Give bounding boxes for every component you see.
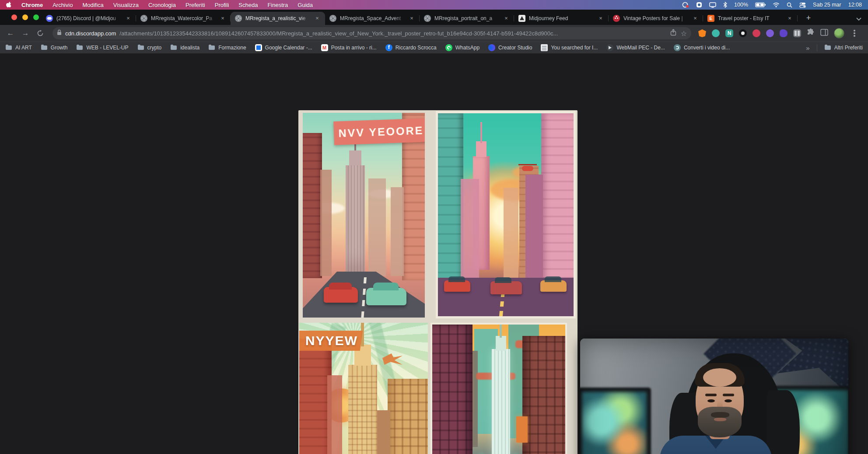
bookmark-gmail-inbox[interactable]: Posta in arrivo - ri... bbox=[321, 44, 377, 51]
bookmark-star-icon[interactable]: ☆ bbox=[681, 29, 687, 38]
menu-app-name[interactable]: Chrome bbox=[21, 2, 43, 8]
empire-state-building-illustration bbox=[492, 349, 510, 454]
bookmark-folder-growth[interactable]: Growth bbox=[41, 44, 68, 51]
reload-button[interactable] bbox=[34, 27, 46, 39]
poster-building bbox=[541, 113, 574, 286]
tab-close-icon[interactable]: × bbox=[597, 15, 604, 22]
extensions-puzzle-icon[interactable] bbox=[807, 28, 815, 38]
webcam-overlay bbox=[580, 339, 848, 454]
bookmark-folder-ai-art[interactable]: AI ART bbox=[5, 44, 32, 51]
display-icon[interactable] bbox=[709, 2, 716, 8]
new-tab-button[interactable]: + bbox=[803, 13, 814, 24]
tab-close-icon[interactable]: × bbox=[219, 15, 226, 22]
red-extension-icon[interactable] bbox=[752, 29, 760, 37]
tab-close-icon[interactable]: × bbox=[125, 15, 132, 22]
gmail-icon bbox=[321, 44, 328, 51]
vintage-car bbox=[540, 280, 567, 292]
macos-menu-bar: Chrome Archivio Modifica Visualizza Cron… bbox=[0, 0, 868, 10]
url-domain: cdn.discordapp.com bbox=[65, 30, 116, 37]
menu-guida[interactable]: Guida bbox=[298, 2, 313, 8]
url-path: /attachments/1013512335442333816/1089142… bbox=[119, 30, 666, 37]
poster-building bbox=[299, 339, 332, 454]
menu-modifica[interactable]: Modifica bbox=[82, 2, 103, 8]
screen-record-status-icon[interactable] bbox=[682, 2, 689, 8]
globe-icon bbox=[235, 15, 242, 22]
chrome-tab-strip: (2765) Discord | @Midjou × MRregista_Wat… bbox=[0, 10, 868, 25]
tab-portrait[interactable]: MRregista_portrait_on_a × bbox=[420, 12, 514, 25]
menu-cronologia[interactable]: Cronologia bbox=[148, 2, 176, 8]
tab-discord[interactable]: (2765) Discord | @Midjou × bbox=[42, 12, 136, 25]
menu-visualizza[interactable]: Visualizza bbox=[113, 2, 139, 8]
bookmarks-overflow-button[interactable]: » bbox=[806, 44, 809, 52]
bookmark-google-calendar[interactable]: Google Calendar -... bbox=[255, 44, 312, 51]
wifi-icon[interactable] bbox=[773, 2, 780, 7]
poster-new-york-retro-top-left: NVV YEOORE bbox=[303, 113, 425, 318]
notion-extension-icon[interactable] bbox=[725, 29, 733, 37]
tab-close-icon[interactable]: × bbox=[692, 15, 699, 22]
poster-new-york-retro-bottom-right bbox=[430, 323, 567, 454]
whatsapp-icon bbox=[445, 44, 452, 51]
chrome-menu-icon[interactable] bbox=[850, 28, 859, 38]
back-button[interactable]: ← bbox=[4, 27, 17, 39]
purple-extension-icon[interactable] bbox=[766, 29, 774, 37]
video-convert-icon bbox=[674, 44, 681, 51]
tab-close-icon[interactable]: × bbox=[408, 15, 415, 22]
control-center-icon[interactable] bbox=[799, 2, 806, 8]
side-panel-icon[interactable] bbox=[820, 29, 828, 38]
shield-app-icon[interactable] bbox=[696, 2, 702, 8]
menubar-date[interactable]: Sab 25 mar bbox=[813, 2, 841, 8]
address-bar[interactable]: cdn.discordapp.com /attachments/10135123… bbox=[52, 27, 691, 39]
violet-extension-icon[interactable] bbox=[780, 29, 788, 37]
forward-button[interactable]: → bbox=[19, 27, 32, 39]
helicopter-illustration bbox=[522, 166, 533, 171]
tab-close-icon[interactable]: × bbox=[314, 15, 321, 22]
apple-logo-icon[interactable] bbox=[6, 2, 12, 8]
dark-extension-icon[interactable] bbox=[739, 29, 747, 37]
menu-profili[interactable]: Profili bbox=[215, 2, 229, 8]
tab-vintage-posters[interactable]: Vintage Posters for Sale | × bbox=[609, 12, 703, 25]
meta-icon bbox=[488, 44, 495, 51]
bookmarks-divider bbox=[817, 44, 817, 51]
menu-scheda[interactable]: Scheda bbox=[238, 2, 258, 8]
minimize-window-button[interactable] bbox=[22, 14, 28, 20]
poster-new-york-retro-bottom-left: NYYEW bbox=[299, 323, 428, 454]
tab-close-icon[interactable]: × bbox=[503, 15, 510, 22]
bookmark-folder-formazione[interactable]: Formazione bbox=[208, 44, 246, 51]
tab-search-chevron-icon[interactable] bbox=[856, 15, 862, 23]
metamask-extension-icon[interactable] bbox=[698, 29, 706, 37]
grid-extension-icon[interactable] bbox=[793, 29, 801, 37]
other-bookmarks-folder[interactable]: Altri Preferiti bbox=[824, 44, 863, 51]
poster-new-york-retro-top-right bbox=[436, 111, 576, 318]
spotlight-search-icon[interactable] bbox=[787, 2, 792, 8]
bookmark-whatsapp[interactable]: WhatsApp bbox=[445, 44, 480, 51]
battery-icon[interactable] bbox=[755, 2, 766, 7]
menu-preferiti[interactable]: Preferiti bbox=[186, 2, 205, 8]
tab-close-icon[interactable]: × bbox=[786, 15, 793, 22]
fullscreen-window-button[interactable] bbox=[33, 14, 39, 20]
bookmark-creator-studio[interactable]: Creator Studio bbox=[488, 44, 532, 51]
bookmark-converti-video[interactable]: Converti i video di... bbox=[674, 44, 730, 51]
menu-archivio[interactable]: Archivio bbox=[52, 2, 73, 8]
share-icon[interactable] bbox=[670, 29, 676, 38]
bookmark-folder-crypto[interactable]: crypto bbox=[137, 44, 162, 51]
close-window-button[interactable] bbox=[11, 14, 17, 20]
menubar-time[interactable]: 12:08 bbox=[848, 2, 862, 8]
menu-finestra[interactable]: Finestra bbox=[267, 2, 288, 8]
vintage-car bbox=[490, 281, 522, 294]
teal-extension-icon[interactable] bbox=[712, 29, 720, 37]
bookmark-folder-web-level-up[interactable]: WEB - LEVEL-UP bbox=[76, 44, 128, 51]
bookmark-webmail-pec[interactable]: WebMail PEC - De... bbox=[606, 44, 665, 51]
tab-midjourney-feed[interactable]: Midjourney Feed × bbox=[514, 12, 609, 25]
folder-icon bbox=[208, 44, 215, 51]
bluetooth-icon[interactable] bbox=[723, 2, 727, 8]
tab-space-adventure[interactable]: MRregista_Space_Advent × bbox=[325, 12, 420, 25]
bookmark-folder-idealista[interactable]: idealista bbox=[170, 44, 200, 51]
poster-building bbox=[432, 325, 472, 454]
tab-realistic-view-active[interactable]: MRregista_a_realistic_vie × bbox=[231, 12, 325, 25]
profile-avatar[interactable] bbox=[834, 28, 844, 38]
tab-watercolor[interactable]: MRregista_Watercolor_Pa × bbox=[136, 12, 231, 25]
tab-etsy[interactable]: Travel poster - Etsy IT × bbox=[703, 12, 798, 25]
battery-percent: 100% bbox=[734, 2, 748, 8]
bookmark-facebook-profile[interactable]: Riccardo Scrocca bbox=[385, 44, 437, 51]
bookmark-you-searched[interactable]: You searched for I... bbox=[541, 44, 598, 51]
